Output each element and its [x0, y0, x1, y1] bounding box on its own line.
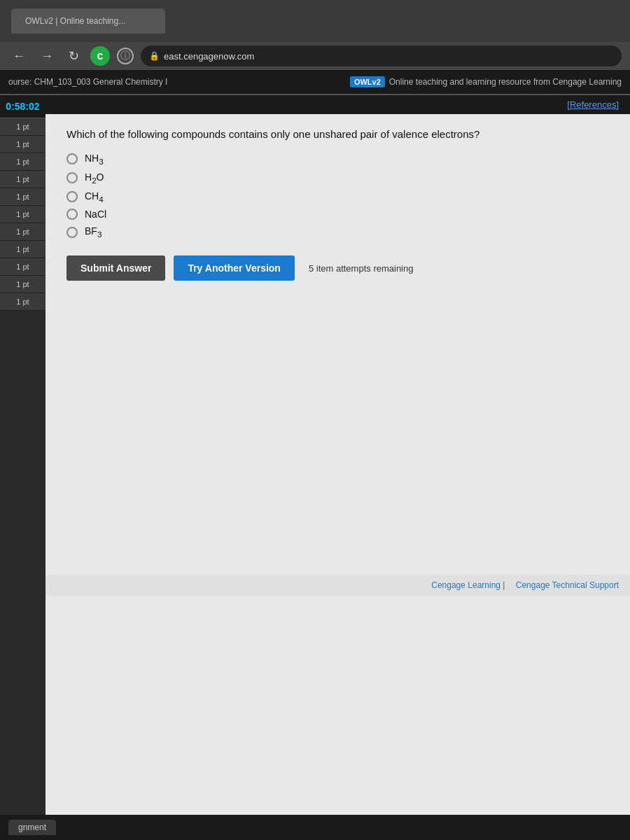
radio-h2o[interactable] [66, 172, 78, 183]
nav-circle-icon: c [90, 46, 110, 66]
course-label: ourse: CHM_103_003 General Chemistry I [8, 77, 167, 87]
option-row-1: NH3 [66, 153, 609, 166]
radio-bf3[interactable] [66, 227, 78, 238]
footer-bar: gnment [0, 815, 630, 840]
option-label-bf3[interactable]: BF3 [85, 225, 102, 239]
sidebar: 0:58:02 1 pt 1 pt 1 pt 1 pt 1 pt 1 pt 1 … [0, 95, 46, 837]
forward-button[interactable]: → [36, 46, 57, 66]
buttons-row: Submit Answer Try Another Version 5 item… [66, 255, 609, 281]
content-panel: [References] Which of the following comp… [46, 95, 630, 837]
sidebar-item-5[interactable]: 1 pt [0, 206, 46, 223]
browser-chrome: OWLv2 | Online teaching... [0, 0, 630, 42]
question-text: Which of the following compounds contain… [66, 128, 609, 140]
sidebar-item-6[interactable]: 1 pt [0, 223, 46, 241]
try-another-version-button[interactable]: Try Another Version [174, 255, 295, 281]
option-label-h2o[interactable]: H2O [85, 172, 104, 185]
browser-nav-bar: ← → ↻ c ⓘ 🔒 east.cengagenow.com [0, 42, 630, 70]
option-row-4: NaCl [66, 209, 609, 220]
url-text: east.cengagenow.com [164, 51, 254, 62]
cengage-learning-link[interactable]: Cengage Learning [431, 580, 500, 590]
sidebar-item-0[interactable]: 1 pt [0, 118, 46, 136]
radio-nacl[interactable] [66, 209, 78, 220]
references-link[interactable]: [References] [567, 99, 619, 110]
url-bar[interactable]: 🔒 east.cengagenow.com [141, 46, 622, 66]
course-header-bar: ourse: CHM_103_003 General Chemistry I O… [0, 70, 630, 95]
browser-tab[interactable]: OWLv2 | Online teaching... [11, 8, 165, 34]
option-label-nacl[interactable]: NaCl [85, 209, 106, 220]
main-wrapper: 0:58:02 1 pt 1 pt 1 pt 1 pt 1 pt 1 pt 1 … [0, 95, 630, 837]
sidebar-item-2[interactable]: 1 pt [0, 153, 46, 171]
content-spacer [46, 295, 630, 575]
timer-display: 0:58:02 [0, 95, 46, 118]
tab-label: OWLv2 | Online teaching... [25, 16, 125, 26]
divider: | [503, 580, 507, 590]
back-button[interactable]: ← [8, 46, 29, 66]
technical-support-link[interactable]: Cengage Technical Support [516, 580, 619, 590]
sidebar-item-10[interactable]: 1 pt [0, 293, 46, 311]
sidebar-item-3[interactable]: 1 pt [0, 171, 46, 188]
sidebar-item-1[interactable]: 1 pt [0, 136, 46, 153]
nav-info-icon: ⓘ [117, 48, 134, 64]
options-list: NH3 H2O CH4 [66, 153, 609, 239]
owlv2-badge: OWLv2 [350, 76, 385, 88]
sidebar-item-7[interactable]: 1 pt [0, 241, 46, 258]
lock-icon: 🔒 [149, 51, 160, 61]
sidebar-item-9[interactable]: 1 pt [0, 276, 46, 293]
option-row-3: CH4 [66, 190, 609, 204]
bottom-links: Cengage Learning | Cengage Technical Sup… [46, 575, 630, 596]
attempts-remaining-text: 5 item attempts remaining [309, 263, 414, 274]
option-row-2: H2O [66, 172, 609, 185]
submit-button[interactable]: Submit Answer [66, 255, 165, 281]
radio-ch4[interactable] [66, 191, 78, 202]
question-area: Which of the following compounds contain… [46, 114, 630, 295]
option-label-nh3[interactable]: NH3 [85, 153, 104, 166]
option-row-5: BF3 [66, 225, 609, 239]
sidebar-item-4[interactable]: 1 pt [0, 188, 46, 206]
option-label-ch4[interactable]: CH4 [85, 190, 104, 204]
sidebar-item-8[interactable]: 1 pt [0, 258, 46, 276]
footer-tab[interactable]: gnment [8, 820, 56, 835]
radio-nh3[interactable] [66, 153, 78, 164]
refresh-button[interactable]: ↻ [64, 46, 83, 66]
owlv2-description: Online teaching and learning resource fr… [389, 77, 622, 87]
references-bar[interactable]: [References] [46, 95, 630, 114]
